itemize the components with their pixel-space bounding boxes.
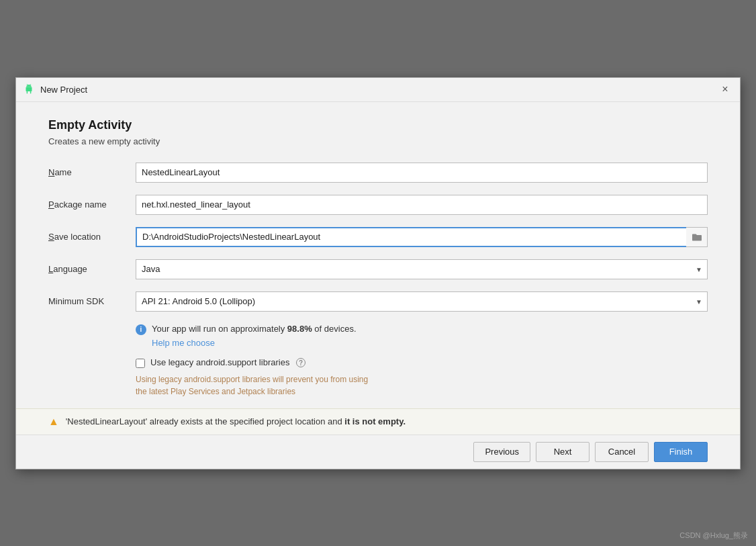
section-title: Empty Activity bbox=[48, 118, 708, 132]
language-row: Language Java Kotlin ▼ bbox=[48, 259, 708, 279]
previous-button[interactable]: Previous bbox=[473, 442, 530, 462]
info-icon: i bbox=[136, 324, 146, 335]
dialog-content: Empty Activity Creates a new empty activ… bbox=[16, 102, 740, 408]
language-select-wrapper: Java Kotlin ▼ bbox=[136, 259, 708, 279]
android-icon bbox=[23, 83, 35, 95]
folder-icon bbox=[692, 232, 702, 242]
legacy-checkbox-desc: Using legacy android.support libraries w… bbox=[136, 373, 708, 398]
dialog-footer: Previous Next Cancel Finish bbox=[16, 435, 740, 469]
legacy-checkbox-row: Use legacy android.support libraries ? bbox=[136, 357, 708, 368]
finish-button[interactable]: Finish bbox=[654, 442, 708, 462]
minimum-sdk-select-wrapper: API 21: Android 5.0 (Lollipop) API 22: A… bbox=[136, 291, 708, 312]
sdk-info-box: i Your app will run on approximately 98.… bbox=[136, 324, 708, 348]
package-name-label: Package name bbox=[48, 199, 136, 210]
dialog-title: New Project bbox=[40, 85, 717, 95]
warning-bar: ▲ 'NestedLinearLayout' already exists at… bbox=[16, 408, 740, 435]
minimum-sdk-row: Minimum SDK API 21: Android 5.0 (Lollipo… bbox=[48, 291, 708, 312]
cancel-button[interactable]: Cancel bbox=[595, 442, 649, 462]
browse-folder-button[interactable] bbox=[686, 227, 708, 247]
new-project-dialog: New Project × Empty Activity Creates a n… bbox=[15, 77, 741, 469]
help-me-choose-link[interactable]: Help me choose bbox=[152, 338, 708, 348]
help-icon[interactable]: ? bbox=[296, 358, 305, 367]
save-location-input[interactable] bbox=[136, 227, 686, 247]
save-location-input-group bbox=[136, 227, 708, 247]
title-bar: New Project × bbox=[16, 78, 740, 102]
section-subtitle: Creates a new empty activity bbox=[48, 136, 708, 146]
sdk-info-row: i Your app will run on approximately 98.… bbox=[136, 324, 708, 335]
minimum-sdk-label: Minimum SDK bbox=[48, 296, 136, 306]
package-name-row: Package name bbox=[48, 195, 708, 215]
legacy-checkbox-label: Use legacy android.support libraries ? bbox=[150, 357, 305, 367]
language-label: Language bbox=[48, 264, 136, 274]
language-select[interactable]: Java Kotlin bbox=[136, 259, 708, 279]
name-label: Name bbox=[48, 167, 136, 177]
next-button[interactable]: Next bbox=[536, 442, 589, 462]
name-row: Name bbox=[48, 163, 708, 183]
sdk-info-text: Your app will run on approximately 98.8%… bbox=[152, 324, 357, 334]
minimum-sdk-select[interactable]: API 21: Android 5.0 (Lollipop) API 22: A… bbox=[136, 291, 708, 312]
warning-text: 'NestedLinearLayout' already exists at t… bbox=[66, 416, 406, 426]
save-location-label: Save location bbox=[48, 232, 136, 242]
warning-icon: ▲ bbox=[48, 416, 59, 428]
watermark: CSDN @Hxlug_熊录 bbox=[679, 531, 748, 541]
name-input[interactable] bbox=[136, 163, 708, 183]
close-button[interactable]: × bbox=[717, 81, 733, 97]
package-name-input[interactable] bbox=[136, 195, 708, 215]
legacy-checkbox[interactable] bbox=[136, 359, 145, 368]
save-location-row: Save location bbox=[48, 227, 708, 247]
